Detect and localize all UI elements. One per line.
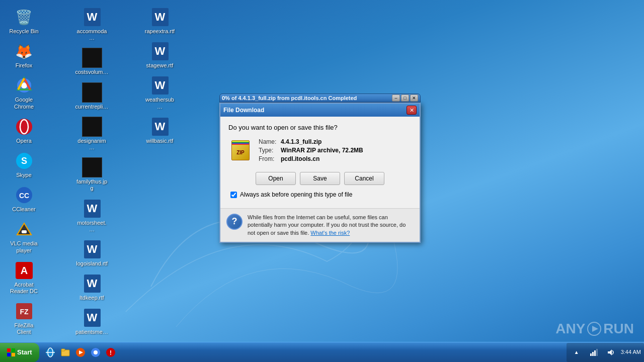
anyrun-text: ANY RUN — [555, 321, 634, 337]
file-download-dialog: File Download ✕ Do you want to open or s… — [219, 103, 421, 243]
designanim-label: designanim… — [75, 138, 109, 151]
svg-rect-53 — [594, 350, 596, 356]
dialog-question: Do you want to open or save this file? — [228, 124, 412, 131]
desktop-icon-skype[interactable]: S Skype — [5, 149, 43, 180]
windows-logo-icon — [7, 348, 15, 356]
taskbar-security-icon[interactable]: ! — [104, 345, 118, 359]
whats-risk-link[interactable]: What's the risk? — [310, 230, 350, 236]
desktop-icon-willbasic[interactable]: W willbasic.rtf — [141, 115, 179, 146]
desktop-icon-opera[interactable]: Opera — [5, 115, 43, 146]
stagewe-label: stagewe.rtf — [146, 62, 174, 69]
dialog-file-info: ZIP Name: 4.4.1.3_full.zip Type: WinRAR … — [228, 138, 412, 164]
desktop-icon-acrobat[interactable]: A Acrobat Reader DC — [5, 258, 43, 297]
taskbar-ie-icon[interactable] — [43, 345, 57, 359]
desktop-icon-familythus[interactable]: familythus.jpg — [73, 155, 111, 194]
progress-minimize-button[interactable]: – — [392, 95, 400, 102]
desktop-icon-filezilla[interactable]: FZ FileZilla Client — [5, 299, 43, 337]
desktop-icon-motorsheet[interactable]: W motorsheet.… — [73, 197, 111, 235]
desktop-icon-currentrepli[interactable]: currentrepli… — [73, 80, 111, 112]
tray-volume-icon[interactable] — [604, 345, 618, 359]
always-ask-label: Always ask before opening this type of f… — [240, 191, 352, 198]
filezilla-icon: FZ — [14, 301, 34, 321]
desktop-icon-ccleaner[interactable]: CC CCleaner — [5, 183, 43, 215]
word-icon-willbasic: W — [150, 117, 170, 137]
desktop-icon-rapeextra[interactable]: W rapeextra.rtf — [141, 5, 179, 37]
tray-network-icon[interactable] — [587, 345, 601, 359]
desktop-icon-costsvolum[interactable]: costsvolum… — [73, 46, 111, 77]
file-from-label: From: — [259, 155, 279, 162]
svg-rect-37 — [12, 348, 15, 352]
svg-rect-54 — [596, 349, 598, 356]
taskbar-clock: 3:44 AM — [621, 348, 641, 355]
dialog-close-button[interactable]: ✕ — [407, 106, 417, 115]
checkbox-row: Always ask before opening this type of f… — [228, 191, 412, 198]
svg-rect-36 — [7, 348, 11, 352]
cancel-button[interactable]: Cancel — [344, 172, 384, 185]
taskbar-chrome-icon[interactable] — [89, 345, 103, 359]
file-type-value: WinRAR ZIP archive, 72.2MB — [281, 147, 363, 154]
recycle-bin-label: Recycle Bin — [9, 28, 38, 35]
desktop-icon-firefox[interactable]: 🦊 Firefox — [5, 39, 43, 71]
save-button[interactable]: Save — [300, 172, 340, 185]
file-from-row: From: pcdl.itools.cn — [259, 155, 412, 162]
taskbar-media-icon[interactable] — [73, 345, 88, 359]
desktop-icon-ltdkeep[interactable]: W ltdkeep.rtf — [73, 272, 111, 303]
svg-text:A: A — [20, 265, 27, 276]
svg-point-3 — [16, 119, 32, 135]
svg-text:W: W — [87, 311, 97, 324]
weathersub-label: weathersub… — [143, 97, 177, 110]
progress-restore-button[interactable]: □ — [401, 95, 409, 102]
open-button[interactable]: Open — [256, 172, 296, 185]
skype-label: Skype — [16, 172, 32, 178]
anyrun-watermark: ANY RUN — [555, 321, 634, 337]
taskbar: Start — [0, 342, 644, 362]
progress-close-button[interactable]: ✕ — [410, 95, 418, 102]
system-tray: ▲ 3:44 AM — [567, 343, 644, 362]
svg-point-48 — [94, 350, 98, 354]
desktop-icon-logoisland[interactable]: W logoisland.rtf — [73, 237, 111, 269]
word-icon-weathersub: W — [150, 75, 170, 96]
desktop-icon-vlc[interactable]: VLC media player — [5, 217, 43, 255]
word-icon-stagewe: W — [150, 41, 170, 61]
svg-text:S: S — [21, 156, 27, 166]
dialog-title: File Download — [223, 107, 264, 114]
progress-window-controls: – □ ✕ — [392, 95, 418, 102]
svg-rect-38 — [7, 353, 11, 356]
familythus-label: familythus.jpg — [75, 178, 109, 192]
desktop-icon-stagewe[interactable]: W stagewe.rtf — [141, 39, 179, 71]
tray-arrow-icon[interactable]: ▲ — [570, 345, 584, 359]
svg-rect-11 — [22, 230, 27, 233]
svg-rect-52 — [592, 352, 594, 356]
ccleaner-icon: CC — [14, 185, 34, 205]
desktop-icon-recycle-bin[interactable]: 🗑️ Recycle Bin — [5, 5, 43, 37]
logoisland-label: logoisland.rtf — [76, 260, 107, 267]
desktop-icon-chrome[interactable]: Google Chrome — [5, 73, 43, 112]
motorsheet-label: motorsheet.… — [75, 220, 109, 233]
taskbar-explorer-icon[interactable] — [58, 345, 72, 359]
word-icon-motorsheet: W — [82, 199, 102, 219]
ltdkeep-label: ltdkeep.rtf — [79, 295, 104, 301]
svg-text:W: W — [87, 202, 97, 215]
start-button[interactable]: Start — [0, 343, 39, 362]
skype-icon: S — [14, 151, 34, 171]
svg-point-2 — [22, 83, 27, 88]
desktop-icon-weathersub[interactable]: W weathersub… — [141, 73, 179, 112]
recycle-bin-icon: 🗑️ — [14, 7, 34, 27]
desktop-icon-patientsme[interactable]: W patientsme… — [73, 306, 111, 337]
svg-rect-51 — [590, 353, 592, 356]
patientsme-label: patientsme… — [75, 329, 108, 335]
svg-text:W: W — [87, 11, 97, 23]
opera-label: Opera — [16, 138, 32, 144]
black-icon-designanim — [82, 117, 102, 137]
desktop-icon-accommoda[interactable]: W accommoda… — [73, 5, 111, 43]
svg-text:W: W — [154, 79, 165, 92]
desktop-icons-area: 🗑️ Recycle Bin 🦊 Firefox Google Chrome — [5, 5, 206, 342]
dialog-buttons: Open Save Cancel — [228, 172, 412, 185]
desktop-icon-designanim[interactable]: designanim… — [73, 115, 111, 153]
svg-text:!: ! — [110, 349, 112, 356]
clock-time: 3:44 AM — [621, 348, 641, 355]
always-ask-checkbox[interactable] — [230, 192, 237, 198]
file-from-value: pcdl.itools.cn — [281, 155, 319, 162]
ccleaner-label: CCleaner — [12, 206, 35, 213]
winrar-icon: ZIP — [230, 140, 251, 160]
